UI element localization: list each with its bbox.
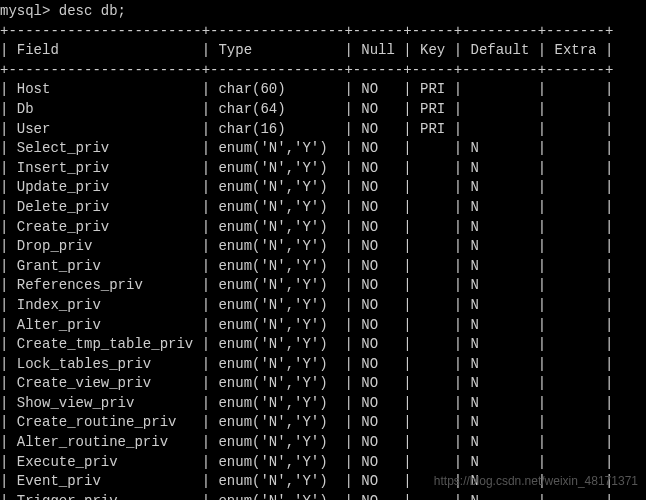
table-row: | Create_priv | enum('N','Y') | NO | | N… — [0, 218, 646, 238]
table-row: | Update_priv | enum('N','Y') | NO | | N… — [0, 178, 646, 198]
table-row: | Index_priv | enum('N','Y') | NO | | N … — [0, 296, 646, 316]
table-row: | Alter_routine_priv | enum('N','Y') | N… — [0, 433, 646, 453]
terminal-output: mysql> desc db; +-----------------------… — [0, 0, 646, 500]
table-row: | Create_tmp_table_priv | enum('N','Y') … — [0, 335, 646, 355]
table-row: | Show_view_priv | enum('N','Y') | NO | … — [0, 394, 646, 414]
table-top-border: +-----------------------+---------------… — [0, 22, 646, 42]
table-body: | Host | char(60) | NO | PRI | | || Db |… — [0, 80, 646, 500]
table-row: | Create_routine_priv | enum('N','Y') | … — [0, 413, 646, 433]
table-row: | Select_priv | enum('N','Y') | NO | | N… — [0, 139, 646, 159]
table-row: | Alter_priv | enum('N','Y') | NO | | N … — [0, 316, 646, 336]
table-row: | Host | char(60) | NO | PRI | | | — [0, 80, 646, 100]
table-row: | Delete_priv | enum('N','Y') | NO | | N… — [0, 198, 646, 218]
table-row: | Grant_priv | enum('N','Y') | NO | | N … — [0, 257, 646, 277]
table-row: | Drop_priv | enum('N','Y') | NO | | N |… — [0, 237, 646, 257]
table-row: | Lock_tables_priv | enum('N','Y') | NO … — [0, 355, 646, 375]
table-row: | Insert_priv | enum('N','Y') | NO | | N… — [0, 159, 646, 179]
table-header-border: +-----------------------+---------------… — [0, 61, 646, 81]
table-row: | References_priv | enum('N','Y') | NO |… — [0, 276, 646, 296]
sql-prompt: mysql> desc db; — [0, 2, 646, 22]
watermark: https://blog.csdn.net/weixin_48171371 — [434, 473, 638, 490]
table-row: | Trigger_priv | enum('N','Y') | NO | | … — [0, 492, 646, 500]
table-row: | Execute_priv | enum('N','Y') | NO | | … — [0, 453, 646, 473]
table-row: | User | char(16) | NO | PRI | | | — [0, 120, 646, 140]
table-row: | Create_view_priv | enum('N','Y') | NO … — [0, 374, 646, 394]
table-header-row: | Field | Type | Null | Key | Default | … — [0, 41, 646, 61]
table-row: | Db | char(64) | NO | PRI | | | — [0, 100, 646, 120]
